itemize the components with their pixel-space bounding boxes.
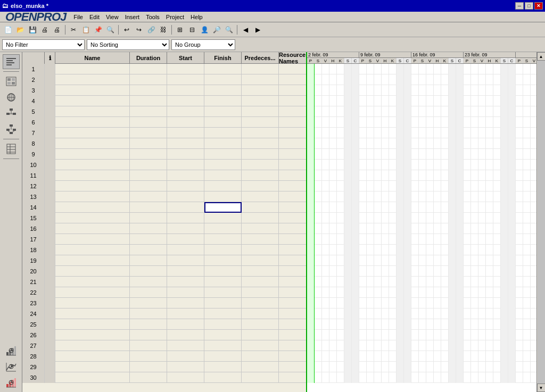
grid-cell[interactable] [45, 340, 55, 351]
col-header-duration[interactable]: Duration [130, 52, 167, 64]
menu-help[interactable]: Help [187, 13, 206, 21]
menu-file[interactable]: File [70, 13, 86, 21]
forward-button[interactable]: ▶ [252, 24, 263, 36]
grid-cell[interactable] [242, 340, 279, 351]
copy-button[interactable]: 📋 [80, 24, 92, 36]
grid-cell[interactable] [279, 74, 306, 85]
grid-cell[interactable] [279, 223, 306, 234]
minimize-button[interactable]: ─ [515, 2, 524, 10]
resource-button[interactable]: 👤 [199, 24, 210, 36]
grid-cell[interactable] [242, 266, 279, 277]
grid-cell[interactable] [55, 308, 130, 319]
grid-cell[interactable] [55, 351, 130, 362]
grid-cell[interactable] [279, 308, 306, 319]
unlink-button[interactable]: ⛓ [158, 24, 169, 36]
col-header-finish[interactable]: Finish [204, 52, 242, 64]
grid-cell[interactable] [130, 149, 167, 160]
grid-cell[interactable] [204, 181, 242, 191]
grid-cell[interactable] [242, 372, 279, 383]
grid-cell[interactable] [45, 138, 55, 149]
grid-cell[interactable] [45, 191, 55, 202]
table-row[interactable]: 24 [22, 308, 306, 319]
grid-cell[interactable] [130, 340, 167, 351]
grid-cell[interactable] [279, 234, 306, 245]
grid-cell[interactable] [167, 277, 204, 287]
grid-cell[interactable] [242, 308, 279, 319]
grid-cell[interactable] [130, 245, 167, 255]
grid-cell[interactable] [167, 340, 204, 351]
link-button[interactable]: 🔗 [145, 24, 157, 36]
grid-cell[interactable] [279, 85, 306, 96]
grid-cell[interactable] [55, 223, 130, 234]
grid-cell[interactable] [45, 255, 55, 266]
grid-cell[interactable] [167, 85, 204, 96]
grid-cell[interactable] [204, 234, 242, 245]
grid-cell[interactable] [130, 181, 167, 191]
print-preview-button[interactable]: 🖨 [51, 24, 63, 36]
grid-cell[interactable] [204, 170, 242, 181]
grid-cell[interactable] [167, 245, 204, 255]
grid-cell[interactable] [130, 74, 167, 85]
grid-cell[interactable] [279, 160, 306, 170]
sidebar-task-usage-button[interactable] [3, 74, 20, 89]
grid-cell[interactable] [167, 234, 204, 245]
grid-cell[interactable] [55, 340, 130, 351]
grid-cell[interactable] [55, 106, 130, 117]
grid-cell[interactable] [204, 202, 242, 213]
grid-cell[interactable] [130, 64, 167, 74]
grid-cell[interactable] [279, 287, 306, 298]
grid-cell[interactable] [167, 64, 204, 74]
grid-cell[interactable] [55, 298, 130, 308]
grid-cell[interactable] [204, 266, 242, 277]
grid-cell[interactable] [55, 181, 130, 191]
grid-cell[interactable] [55, 64, 130, 74]
grid-cell[interactable] [204, 138, 242, 149]
grid-cell[interactable] [45, 213, 55, 223]
grid-cell[interactable] [204, 191, 242, 202]
grid-cell[interactable] [167, 202, 204, 213]
grid-cell[interactable] [45, 330, 55, 340]
grid-cell[interactable] [204, 223, 242, 234]
grid-cell[interactable] [55, 245, 130, 255]
scroll-down-button[interactable]: ▼ [537, 383, 546, 392]
undo-button[interactable]: ↩ [121, 24, 133, 36]
table-row[interactable]: 16 [22, 223, 306, 234]
grid-cell[interactable] [130, 372, 167, 383]
group-dropdown[interactable]: No Group [171, 39, 235, 50]
table-row[interactable]: 14 [22, 202, 306, 213]
grid-cell[interactable] [45, 181, 55, 191]
menu-view[interactable]: View [103, 13, 122, 21]
back-button[interactable]: ◀ [240, 24, 251, 36]
grid-cell[interactable] [45, 298, 55, 308]
grid-cell[interactable] [45, 287, 55, 298]
menu-tools[interactable]: Tools [143, 13, 163, 21]
grid-cell[interactable] [55, 138, 130, 149]
table-row[interactable]: 5 [22, 106, 306, 117]
grid-cell[interactable] [130, 128, 167, 138]
grid-cell[interactable] [204, 287, 242, 298]
grid-cell[interactable] [279, 266, 306, 277]
grid-cell[interactable] [279, 170, 306, 181]
grid-cell[interactable] [204, 96, 242, 106]
table-row[interactable]: 29 [22, 362, 306, 372]
grid-cell[interactable] [242, 106, 279, 117]
table-row[interactable]: 6 [22, 117, 306, 128]
table-row[interactable]: 20 [22, 266, 306, 277]
grid-cell[interactable] [55, 266, 130, 277]
grid-cell[interactable] [242, 202, 279, 213]
grid-cell[interactable] [167, 223, 204, 234]
grid-cell[interactable] [242, 255, 279, 266]
grid-cell[interactable] [167, 255, 204, 266]
grid-cell[interactable] [130, 351, 167, 362]
grid-cell[interactable] [279, 298, 306, 308]
sorting-dropdown[interactable]: No Sorting [87, 39, 169, 50]
grid-cell[interactable] [45, 245, 55, 255]
grid-cell[interactable] [242, 64, 279, 74]
grid-cell[interactable] [130, 234, 167, 245]
grid-cell[interactable] [204, 160, 242, 170]
grid-cell[interactable] [279, 191, 306, 202]
table-row[interactable]: 25 [22, 319, 306, 330]
grid-cell[interactable] [279, 277, 306, 287]
grid-cell[interactable] [45, 351, 55, 362]
col-header-name[interactable]: Name [55, 52, 130, 64]
